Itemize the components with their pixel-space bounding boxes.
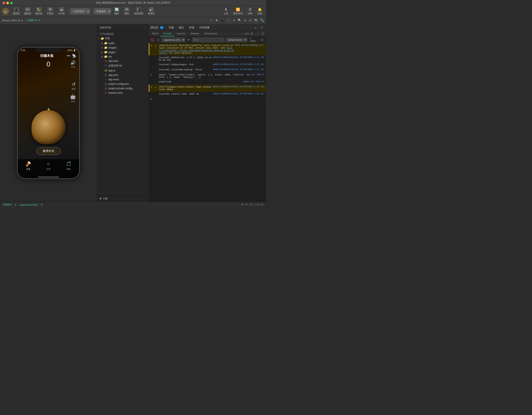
more-tabs-icon[interactable]: » xyxy=(241,32,244,35)
expand-icon-4[interactable]: ▶ xyxy=(151,73,153,76)
tab-code-quality[interactable]: 代码质量 xyxy=(200,26,209,30)
more-icon[interactable]: ••• xyxy=(66,54,70,58)
tree-file-appwxss[interactable]: ~ app.wxss xyxy=(97,77,149,82)
wooden-fish-visual[interactable] xyxy=(23,102,74,148)
sound-control[interactable]: 🔊 声音 xyxy=(70,60,76,69)
log-source-5[interactable]: index.js? [sm]:47 xyxy=(243,80,264,83)
tree-root[interactable]: ▼ 📁 木鱼 xyxy=(97,36,149,41)
hidden-count[interactable]: 3 hidden xyxy=(248,38,259,42)
invite-button[interactable]: 邀请好友 xyxy=(36,147,61,155)
nav-item-songbo[interactable]: 🎵 颂钵 xyxy=(66,161,72,171)
settings-icon[interactable]: ⚙ xyxy=(249,31,254,36)
log-source-0[interactable]: VM41 workerasdebug.js:1 xyxy=(235,44,264,46)
clean-save-btn[interactable]: 🧹 清缓存 xyxy=(146,6,156,16)
reset-btn[interactable]: ↺ 重置 xyxy=(72,82,76,90)
hot-reload-toggle[interactable]: 热重载 开 ▼ xyxy=(27,19,40,22)
chevron-up-icon[interactable]: ∧ xyxy=(253,25,258,30)
filetree-more-icon[interactable]: ··· xyxy=(144,26,146,29)
tab-console[interactable]: Console xyxy=(161,31,174,36)
devtools-title: 调试器 xyxy=(151,26,158,30)
record-icon[interactable]: ⏺ xyxy=(215,19,218,22)
tab-output[interactable]: 输出 xyxy=(179,26,184,30)
log-text-4: {path: "pages/index/index", query: {…}, … xyxy=(159,73,245,79)
tools-icon[interactable]: 🔧 xyxy=(260,19,264,22)
dock-icon[interactable]: ⊡ xyxy=(260,31,265,36)
minimize-button[interactable] xyxy=(6,2,9,4)
broadcast-icon[interactable]: 📡 xyxy=(72,54,76,58)
phone-icon[interactable]: 📱 xyxy=(221,19,224,22)
tab-network[interactable]: Network xyxy=(188,31,201,36)
inspect-icon[interactable]: ⊕ xyxy=(244,19,247,22)
compile-select[interactable]: 普通编译 xyxy=(94,8,111,14)
search2-icon[interactable]: 🔍 xyxy=(238,19,241,22)
simulator-btn[interactable]: 📱 模拟器 xyxy=(11,6,21,16)
snap-icon[interactable]: 📷 xyxy=(254,19,258,22)
tree-folder-audio[interactable]: ▶ 📁 audio xyxy=(97,41,149,45)
expand-icon-6[interactable]: ▶ xyxy=(151,86,154,88)
tree-file-404[interactable]: H 404.html xyxy=(97,59,149,63)
message-btn[interactable]: 🔔 消息 xyxy=(256,7,264,16)
root-folder-icon: 📁 xyxy=(100,37,104,40)
tree-file-readme[interactable]: H readme.html xyxy=(97,90,149,95)
kebab-menu-icon[interactable]: ⋮ xyxy=(255,31,260,36)
close-devtools-icon[interactable]: ✕ xyxy=(260,25,264,30)
log-source-3[interactable]: WAServiceMainContext_317487496v-2.27.111 xyxy=(213,68,264,71)
tree-folder-images[interactable]: ▶ 📁 images xyxy=(97,45,149,50)
copy-icon[interactable]: ⧉ xyxy=(233,19,235,22)
device-selector[interactable]: iPhone X 85% 16 ▼ xyxy=(2,19,23,22)
prompt-input[interactable] xyxy=(159,98,264,101)
expand-icon[interactable]: ▶ xyxy=(151,44,154,47)
detail-btn[interactable]: ☰ 详情 xyxy=(246,7,254,16)
tree-folder-pages[interactable]: ▶ 📁 pages xyxy=(97,50,149,54)
tree-file-readme-txt[interactable]: T 必看说明.txt xyxy=(97,63,149,68)
log-source-6[interactable]: WAServiceMainContext_317487496v-2.22.111 xyxy=(213,86,264,88)
copy-path-icon[interactable]: ⧉ xyxy=(41,203,43,206)
version-btn[interactable]: 🔀 版本管理 xyxy=(231,7,244,16)
clear-console-icon[interactable]: 🚫 xyxy=(151,38,155,42)
auto-btn[interactable]: 🤖 自动 xyxy=(70,94,76,103)
log-source-1[interactable]: WAServiceMainContext_317487498v-2.22.141 xyxy=(213,56,264,59)
path-value[interactable]: pages/index/index xyxy=(19,203,38,206)
visual-btn[interactable]: 👁 可视化 xyxy=(45,6,55,16)
mode-select[interactable]: 小程序模式 xyxy=(70,8,90,14)
editor-btn[interactable]: </> 编辑器 xyxy=(22,6,33,16)
nav-item-muyu[interactable]: 🪘 木鱼 xyxy=(25,161,31,171)
log-source-2[interactable]: WAServiceMainContext_317487496v-2.22.111 xyxy=(213,63,264,66)
log-source-7[interactable]: WAServiceMainContext_317487496v-2.22.111 xyxy=(213,93,264,95)
tab-performance[interactable]: Performance xyxy=(202,31,220,36)
tree-file-appjson[interactable]: {} app.json xyxy=(97,73,149,77)
level-select[interactable]: Default levels xyxy=(226,38,247,42)
nav-item-nianzhu[interactable]: ○ 念珠 xyxy=(46,161,51,171)
cloud-btn[interactable]: ☁ 云开发 xyxy=(56,6,66,16)
compile-btn[interactable]: 🔄 编译 xyxy=(112,6,121,16)
toolbar-divider-1 xyxy=(68,8,68,14)
tree-file-project-private[interactable]: {} project.private.config... xyxy=(97,86,149,90)
screen-icon[interactable]: ⬛ xyxy=(227,19,230,22)
tree-file-appjs[interactable]: JS app.js xyxy=(97,68,149,73)
tab-issues[interactable]: 问题 xyxy=(169,26,174,30)
context-select[interactable]: appservice (#1) xyxy=(162,38,185,42)
preview-btn[interactable]: 👁 预览 xyxy=(122,6,132,16)
upload-btn[interactable]: ⬆ 上传 xyxy=(222,7,230,16)
grid-icon[interactable]: ⊞ xyxy=(249,19,252,22)
maximize-button[interactable] xyxy=(10,2,13,4)
log-source-4[interactable]: app.js? [sm]:6 xyxy=(247,73,264,76)
real-debug-btn[interactable]: 📲 真机调试 xyxy=(132,6,145,16)
refresh-icon[interactable]: ↻ xyxy=(210,19,213,22)
settings-status-icon[interactable]: ⚙ xyxy=(241,203,243,206)
tab-terminal[interactable]: 终端 xyxy=(189,26,194,30)
outline-section[interactable]: ▶ 大纲 xyxy=(97,196,149,202)
filter-input[interactable] xyxy=(192,38,225,42)
tree-folder-res[interactable]: ▶ 📁 res xyxy=(97,54,149,59)
tab-sources[interactable]: Sources xyxy=(174,31,188,36)
eye-status-icon[interactable]: 👁 xyxy=(245,203,247,206)
settings2-icon[interactable]: ⚙ xyxy=(260,38,264,42)
deprecation-link[interactable]: https://developer.chrome.com/blog/enabli… xyxy=(159,47,234,54)
filetree-panel: 资源管理器 ··· 打开的编辑器 ▼ 📁 木鱼 ▶ 📁 audio ▶ 📁 im… xyxy=(97,24,149,202)
tab-wxml[interactable]: Wxml xyxy=(150,31,161,36)
eye-icon[interactable]: 👁 xyxy=(186,38,191,42)
tree-file-project-config[interactable]: {} project.config.json xyxy=(97,82,149,86)
close-button[interactable] xyxy=(2,2,5,4)
filter-toggle-icon[interactable]: ⊘ xyxy=(156,38,161,42)
debugger-btn[interactable]: 🐛 调试器 xyxy=(34,6,44,16)
